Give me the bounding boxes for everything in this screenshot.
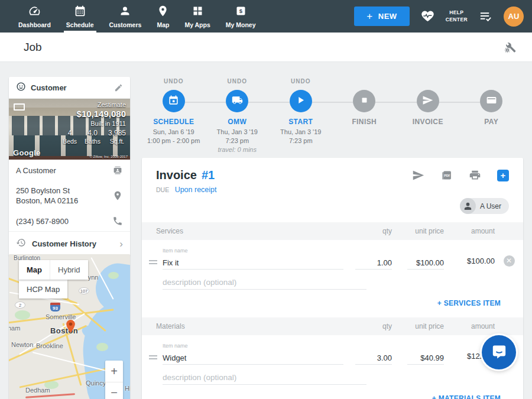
material-unit-price-input[interactable] bbox=[407, 352, 444, 365]
omw-step-button[interactable] bbox=[226, 90, 248, 112]
timeline-step-schedule: UNDO SCHEDULE Sun, Jan 6 '19 1:00 pm - 2… bbox=[142, 78, 206, 154]
undo-omw-button[interactable]: UNDO bbox=[228, 78, 247, 87]
customer-card-title: Customer bbox=[31, 83, 67, 92]
map-type-control: Map Hybrid bbox=[19, 260, 88, 280]
beds-label: Beds bbox=[63, 138, 77, 145]
material-qty-input[interactable] bbox=[355, 352, 392, 365]
activity-feed-icon[interactable] bbox=[479, 9, 492, 23]
stop-icon bbox=[359, 95, 370, 108]
step-label: OMW bbox=[228, 118, 246, 126]
service-qty-input[interactable] bbox=[355, 257, 392, 270]
built-year: Built in 1911 bbox=[63, 120, 126, 127]
phone-icon[interactable] bbox=[112, 216, 123, 226]
send-invoice-icon[interactable] bbox=[412, 169, 424, 181]
drag-handle-icon[interactable] bbox=[148, 353, 163, 365]
add-materials-item-link[interactable]: + MATERIALS ITEM bbox=[142, 385, 523, 399]
play-icon bbox=[295, 95, 306, 108]
map-park bbox=[96, 343, 108, 351]
step-label: INVOICE bbox=[413, 118, 443, 126]
drag-handle-icon[interactable] bbox=[148, 258, 163, 270]
location-pin-icon[interactable] bbox=[112, 190, 123, 201]
property-stats: 4 Beds 4.0 Baths 3,985 Sq.ft. bbox=[63, 129, 126, 145]
help-center-link[interactable]: HELP CENTER bbox=[446, 9, 468, 23]
nav-actions: + NEW HELP CENTER AU bbox=[354, 0, 524, 33]
undo-start-button[interactable]: UNDO bbox=[291, 78, 310, 87]
job-settings-icon[interactable] bbox=[504, 41, 517, 54]
contact-card-icon[interactable] bbox=[112, 165, 123, 176]
svg-text:PDF: PDF bbox=[444, 174, 450, 177]
pdf-icon[interactable]: PDF bbox=[440, 169, 453, 181]
print-icon[interactable] bbox=[469, 169, 481, 181]
assignee-chip[interactable]: A User bbox=[460, 198, 509, 214]
map-type-map-button[interactable]: Map bbox=[19, 260, 50, 280]
undo-schedule-button[interactable]: UNDO bbox=[164, 78, 183, 87]
mini-map[interactable]: Burlington Lynn Somerville ham Boston Ne… bbox=[9, 254, 130, 399]
beds-stat: 4 Beds bbox=[63, 129, 77, 145]
remove-service-item-button[interactable]: ✕ bbox=[504, 255, 515, 267]
map-label-quincy: Quincy bbox=[86, 379, 106, 387]
interstate-93-number: 93 bbox=[50, 303, 60, 311]
route-badge-2: 2 bbox=[15, 301, 25, 309]
sqft-stat: 3,985 Sq.ft. bbox=[108, 129, 126, 145]
help-line1: HELP bbox=[446, 9, 468, 16]
nav-item-map[interactable]: Map bbox=[149, 0, 177, 33]
nav-item-my-money[interactable]: $ My Money bbox=[218, 0, 264, 33]
nav-item-my-apps[interactable]: My Apps bbox=[177, 0, 218, 33]
pay-step-button[interactable] bbox=[480, 90, 502, 112]
new-button[interactable]: + NEW bbox=[354, 7, 409, 26]
street-view-icon bbox=[14, 103, 25, 111]
nav-item-schedule[interactable]: Schedule bbox=[59, 0, 102, 33]
history-icon bbox=[16, 238, 26, 250]
nav-item-customers[interactable]: Customers bbox=[102, 0, 150, 33]
address-line1: 250 Boylston St bbox=[16, 186, 78, 196]
finish-step-button[interactable] bbox=[353, 90, 375, 112]
invoice-number[interactable]: #1 bbox=[202, 168, 215, 182]
material-name-input[interactable] bbox=[163, 352, 343, 365]
top-nav: Dashboard Schedule Customers Map My Apps… bbox=[0, 0, 532, 33]
step-label: FINISH bbox=[352, 118, 377, 126]
due-terms-link[interactable]: Upon receipt bbox=[175, 186, 217, 194]
add-invoice-button[interactable]: + bbox=[497, 170, 509, 181]
service-description-input[interactable] bbox=[163, 275, 366, 290]
customer-card: Customer Zestimate $10,149,080 Built in … bbox=[9, 77, 130, 256]
material-description-input[interactable] bbox=[163, 371, 366, 385]
chat-support-button[interactable] bbox=[482, 335, 516, 369]
schedule-step-button[interactable] bbox=[163, 90, 185, 112]
hcp-map-button[interactable]: HCP Map bbox=[19, 280, 67, 299]
zoom-in-button[interactable]: + bbox=[105, 361, 123, 382]
material-description-row bbox=[142, 365, 523, 385]
apps-grid-icon bbox=[192, 5, 204, 20]
service-unit-price-input[interactable] bbox=[407, 257, 444, 270]
step-label: START bbox=[288, 118, 313, 126]
start-step-button[interactable] bbox=[290, 90, 312, 112]
invoice-title: Invoice bbox=[156, 168, 197, 182]
material-item-row: Item name $122.97 bbox=[142, 335, 523, 365]
edit-pencil-icon[interactable] bbox=[114, 83, 123, 92]
user-avatar[interactable]: AU bbox=[504, 7, 524, 27]
nav-item-dashboard[interactable]: Dashboard bbox=[11, 0, 59, 33]
credit-card-icon bbox=[486, 95, 497, 108]
truck-icon bbox=[232, 95, 243, 108]
add-services-item-link[interactable]: + SERVICES ITEM bbox=[142, 290, 523, 317]
zoom-out-button[interactable]: − bbox=[105, 382, 123, 399]
nav-label: Schedule bbox=[66, 21, 94, 28]
timeline-step-omw: UNDO OMW Thu, Jan 3 '19 7:23 pm travel: … bbox=[206, 78, 270, 154]
customer-history-row[interactable]: Customer History › bbox=[9, 231, 130, 256]
customer-card-header: Customer bbox=[9, 77, 130, 99]
timeline-step-pay: PAY bbox=[460, 78, 524, 154]
unit-price-column-header: unit price bbox=[392, 322, 444, 330]
assignee-avatar-icon bbox=[460, 198, 476, 214]
map-label-dedham: Dedham bbox=[25, 387, 50, 394]
map-type-hybrid-button[interactable]: Hybrid bbox=[50, 260, 88, 280]
step-datetime: Thu, Jan 3 '19 7:23 pm travel: 0 mins bbox=[217, 128, 258, 154]
zestimate-overlay: Zestimate $10,149,080 Built in 1911 4 Be… bbox=[63, 101, 126, 145]
nav-label: My Apps bbox=[184, 21, 210, 28]
service-name-input[interactable] bbox=[163, 257, 343, 270]
route-badge-107: 107 bbox=[79, 287, 89, 294]
help-line2: CENTER bbox=[446, 17, 468, 23]
svg-text:$: $ bbox=[239, 8, 242, 14]
health-heart-icon[interactable] bbox=[421, 9, 434, 23]
page-title: Job bbox=[24, 41, 42, 54]
map-park bbox=[108, 272, 119, 279]
invoice-step-button[interactable] bbox=[417, 90, 439, 112]
